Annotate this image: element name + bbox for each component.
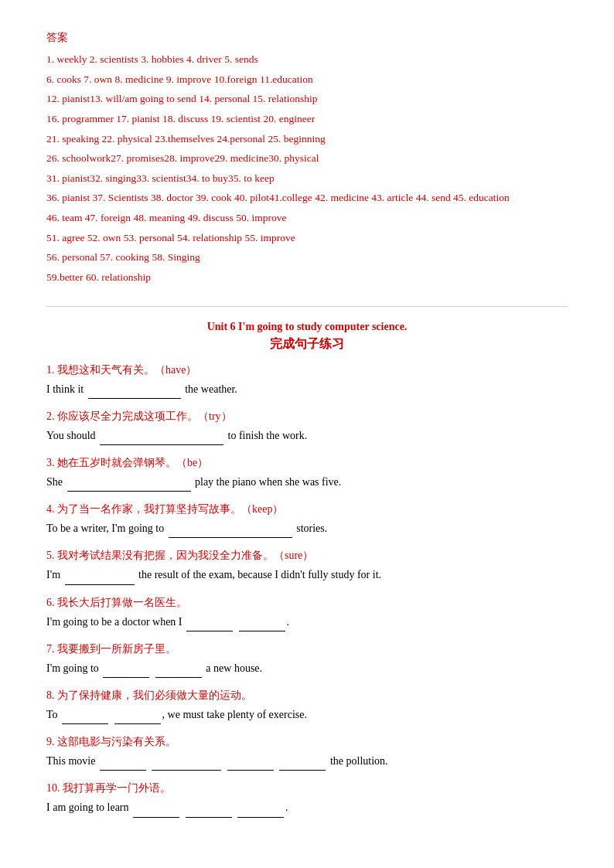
blank-10c bbox=[237, 805, 284, 818]
blank-2 bbox=[100, 433, 223, 445]
section-divider bbox=[46, 306, 568, 307]
exercise-10-english: I am going to learn . bbox=[46, 798, 568, 817]
exercise-7-chinese: 7. 我要搬到一所新房子里。 bbox=[46, 642, 568, 656]
exercise-2-english: You should to finish the work. bbox=[46, 426, 568, 445]
blank-1 bbox=[88, 386, 181, 399]
answers-section: 答案 1. weekly 2. scientists 3. hobbies 4.… bbox=[46, 31, 568, 288]
answers-line-5: 21. speaking 22. physical 23.themselves … bbox=[46, 129, 568, 149]
blank-9c bbox=[227, 758, 274, 771]
exercise-2: 2. 你应该尽全力完成这项工作。（try） You should to fini… bbox=[46, 410, 568, 445]
exercise-6: 6. 我长大后打算做一名医生。 I'm going to be a doctor… bbox=[46, 596, 568, 631]
answers-line-8: 36. pianist 37. Scientists 38. doctor 39… bbox=[46, 188, 568, 208]
exercise-8-chinese: 8. 为了保持健康，我们必须做大量的运动。 bbox=[46, 689, 568, 703]
blank-6b bbox=[239, 619, 285, 631]
answers-line-11: 56. personal 57. cooking 58. Singing bbox=[46, 247, 568, 267]
answers-line-7: 31. pianist32. singing33. scientist34. t… bbox=[46, 168, 568, 189]
exercise-8-english: To , we must take plenty of exercise. bbox=[46, 705, 568, 724]
answers-title: 答案 bbox=[46, 31, 568, 45]
exercise-9-english: This movie the pollution. bbox=[46, 751, 568, 771]
exercise-5-chinese: 5. 我对考试结果没有把握，因为我没全力准备。（sure） bbox=[46, 549, 568, 563]
exercise-4-chinese: 4. 为了当一名作家，我打算坚持写故事。（keep） bbox=[46, 502, 568, 516]
exercise-7: 7. 我要搬到一所新房子里。 I'm going to a new house. bbox=[46, 642, 568, 678]
exercise-8: 8. 为了保持健康，我们必须做大量的运动。 To , we must take … bbox=[46, 689, 568, 724]
blank-9a bbox=[100, 758, 146, 771]
answers-line-6: 26. schoolwork27. promises28. improve29.… bbox=[46, 148, 568, 168]
exercise-7-english: I'm going to a new house. bbox=[46, 659, 568, 678]
section-title: 完成句子练习 bbox=[46, 336, 568, 352]
blank-10a bbox=[133, 805, 179, 818]
exercise-1-english: I think it the weather. bbox=[46, 380, 568, 399]
exercise-9-chinese: 9. 这部电影与污染有关系。 bbox=[46, 735, 568, 749]
answers-line-10: 51. agree 52. own 53. personal 54. relat… bbox=[46, 228, 568, 248]
exercise-4: 4. 为了当一名作家，我打算坚持写故事。（keep） To be a write… bbox=[46, 502, 568, 538]
blank-3 bbox=[67, 479, 191, 492]
exercise-2-chinese: 2. 你应该尽全力完成这项工作。（try） bbox=[46, 410, 568, 424]
exercise-1: 1. 我想这和天气有关。（have） I think it the weathe… bbox=[46, 363, 568, 399]
blank-7b bbox=[155, 665, 202, 678]
exercise-3-english: She play the piano when she was five. bbox=[46, 472, 568, 492]
answers-line-3: 12. pianist13. will/am going to send 14.… bbox=[46, 89, 568, 109]
exercise-9: 9. 这部电影与污染有关系。 This movie the pollution. bbox=[46, 735, 568, 771]
blank-9d bbox=[279, 758, 326, 771]
exercise-6-english: I'm going to be a doctor when I . bbox=[46, 612, 568, 631]
unit-title: Unit 6 I'm going to study computer scien… bbox=[46, 321, 568, 333]
blank-6a bbox=[186, 619, 233, 631]
exercise-3: 3. 她在五岁时就会弹钢琴。（be） She play the piano wh… bbox=[46, 456, 568, 492]
blank-8b bbox=[114, 712, 161, 724]
answers-line-12: 59.better 60. relationship bbox=[46, 267, 568, 288]
blank-4 bbox=[169, 526, 292, 538]
blank-10b bbox=[186, 805, 232, 818]
answers-line-4: 16. programmer 17. pianist 18. discuss 1… bbox=[46, 109, 568, 129]
blank-5 bbox=[65, 573, 135, 585]
exercise-4-english: To be a writer, I'm going to stories. bbox=[46, 519, 568, 538]
blank-7a bbox=[103, 665, 149, 678]
exercise-3-chinese: 3. 她在五岁时就会弹钢琴。（be） bbox=[46, 456, 568, 470]
exercise-10-chinese: 10. 我打算再学一门外语。 bbox=[46, 781, 568, 795]
answers-line-9: 46. team 47. foreign 48. meaning 49. dis… bbox=[46, 208, 568, 228]
answers-line-1: 1. weekly 2. scientists 3. hobbies 4. dr… bbox=[46, 49, 568, 70]
exercise-1-chinese: 1. 我想这和天气有关。（have） bbox=[46, 363, 568, 377]
exercise-5-english: I'm the result of the exam, because I di… bbox=[46, 565, 568, 584]
exercise-6-chinese: 6. 我长大后打算做一名医生。 bbox=[46, 596, 568, 610]
exercise-10: 10. 我打算再学一门外语。 I am going to learn . bbox=[46, 781, 568, 817]
exercise-5: 5. 我对考试结果没有把握，因为我没全力准备。（sure） I'm the re… bbox=[46, 549, 568, 584]
blank-8a bbox=[62, 712, 108, 724]
answers-line-2: 6. cooks 7. own 8. medicine 9. improve 1… bbox=[46, 70, 568, 90]
blank-9b bbox=[152, 758, 221, 771]
